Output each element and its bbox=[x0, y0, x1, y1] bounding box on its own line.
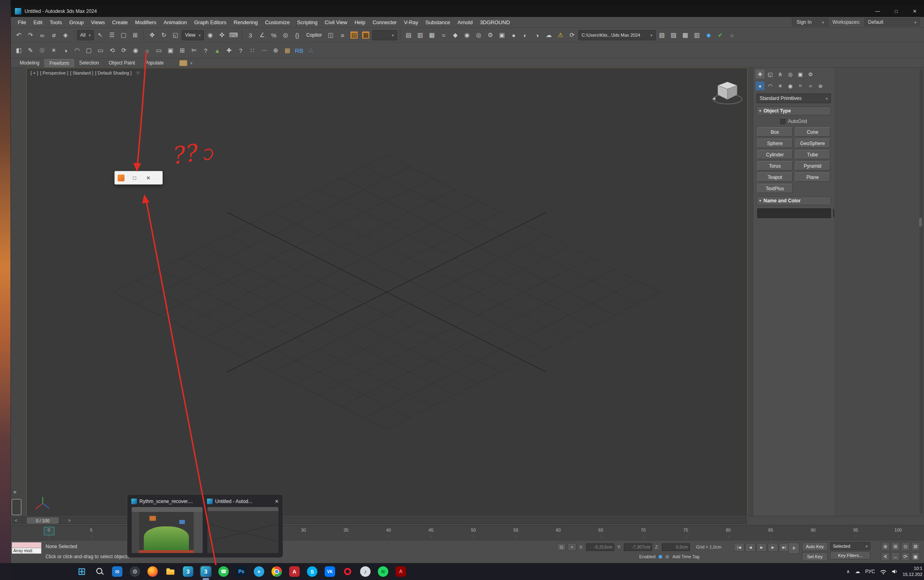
render-setup-dialog-icon[interactable]: ⚙ bbox=[485, 30, 496, 41]
spinner-snap-icon[interactable]: ◎ bbox=[280, 30, 291, 41]
status-circle-icon[interactable]: ○ bbox=[727, 30, 738, 41]
pan-icon[interactable]: ↔ bbox=[891, 552, 900, 561]
mini-close-button[interactable]: ✕ bbox=[146, 175, 151, 181]
spacing-tool-icon[interactable]: ⋯ bbox=[259, 45, 269, 56]
wifi-icon[interactable] bbox=[880, 569, 887, 574]
container-explorer-icon[interactable]: ▨ bbox=[668, 30, 679, 41]
viewport-layout-tab[interactable] bbox=[12, 499, 21, 515]
window-crossing-icon[interactable]: ⊞ bbox=[130, 30, 141, 41]
taskbar-telegram[interactable]: ➤ bbox=[253, 565, 265, 578]
refresh-icon[interactable]: ⟳ bbox=[567, 30, 578, 41]
taskbar-start[interactable]: ⊞ bbox=[76, 565, 88, 578]
terrain-icon[interactable]: ▲ bbox=[212, 45, 223, 56]
taskbar-photoshop[interactable]: Ps bbox=[235, 565, 247, 578]
camera-icon[interactable]: ◉ bbox=[130, 45, 141, 56]
maximize-viewport-icon[interactable]: ▣ bbox=[911, 552, 920, 561]
taskbar-settings[interactable]: ⚙ bbox=[129, 565, 141, 578]
utilities-tab[interactable]: ⚙ bbox=[806, 70, 815, 79]
scrollbar-track[interactable] bbox=[920, 69, 923, 514]
time-slider-track[interactable]: < 0 / 100 > bbox=[12, 517, 747, 524]
ribbon-tab[interactable]: Modeling bbox=[15, 59, 44, 67]
scene-explorer-icon[interactable]: ▥ bbox=[415, 30, 426, 41]
ribbon-tab[interactable]: Object Paint bbox=[104, 59, 140, 67]
modify-tab[interactable]: ◱ bbox=[766, 70, 775, 79]
select-and-rotate-icon[interactable]: ↻ bbox=[158, 30, 169, 41]
menu-item[interactable]: Group bbox=[66, 17, 87, 27]
filter-funnel-icon[interactable]: ▽ bbox=[137, 71, 140, 75]
zoom-extents-all-icon[interactable]: ⊠ bbox=[911, 542, 920, 551]
z-coordinate-field[interactable]: 0,0cm bbox=[662, 543, 690, 551]
viewport-label[interactable]: [ + ] bbox=[31, 71, 38, 75]
arc-rotate-icon[interactable]: ◠ bbox=[72, 45, 83, 56]
select-and-link-icon[interactable]: ∞ bbox=[37, 30, 48, 41]
script-line[interactable]: Array mod: bbox=[12, 548, 41, 554]
primitive-button[interactable]: Plane bbox=[795, 173, 831, 182]
primitive-button[interactable]: Pyramid bbox=[795, 161, 831, 170]
render-warning-icon[interactable]: ⚠ bbox=[555, 30, 566, 41]
primitive-button[interactable]: Box bbox=[757, 127, 793, 137]
key-filters-button[interactable]: Key Filters... bbox=[830, 551, 870, 559]
ribbon-tab[interactable]: Selection bbox=[74, 59, 104, 67]
menu-item[interactable]: 3DGROUND bbox=[476, 17, 513, 27]
preview-image[interactable] bbox=[207, 507, 279, 553]
ribbon-tab[interactable]: Freeform bbox=[44, 59, 75, 67]
exposure-control-icon[interactable]: ◑ bbox=[60, 45, 71, 56]
viewport-label[interactable]: [ Default Shading ] bbox=[95, 71, 132, 75]
asset-tracking-icon[interactable]: ▩ bbox=[680, 30, 691, 41]
rendered-frame-icon[interactable]: ▦ bbox=[360, 30, 371, 41]
shapes-category[interactable]: ◠ bbox=[766, 81, 775, 90]
tray-chevron-icon[interactable]: ∧ bbox=[846, 569, 850, 574]
scrollbar-thumb[interactable] bbox=[919, 218, 922, 227]
hold-icon[interactable]: ⟲ bbox=[107, 45, 118, 56]
taskbar-3dsmax[interactable]: 3 bbox=[182, 565, 194, 578]
workspaces-select[interactable]: Default ▾ bbox=[864, 18, 920, 26]
primitives-category-select[interactable]: Standard Primitives ▾ bbox=[756, 94, 831, 103]
y-coordinate-field[interactable]: -7,307cm bbox=[624, 543, 652, 551]
keyboard-override-icon[interactable]: ⌨ bbox=[228, 30, 239, 41]
taskbar-music[interactable]: ♪ bbox=[359, 565, 371, 578]
percent-snap-icon[interactable]: % bbox=[268, 30, 279, 41]
rectangular-selection-icon[interactable]: ▢ bbox=[118, 30, 129, 41]
ribbon-tab[interactable]: Populate bbox=[140, 59, 168, 67]
primitive-button[interactable]: GeoSphere bbox=[795, 139, 831, 148]
cameras-category[interactable]: ◉ bbox=[786, 81, 795, 90]
rb-renderer-icon[interactable]: RB bbox=[294, 45, 305, 56]
taskbar-autocad[interactable]: A bbox=[288, 565, 300, 578]
render-iterative-icon[interactable]: ◐ bbox=[520, 30, 531, 41]
zoom-icon[interactable]: ⊕ bbox=[881, 542, 890, 551]
taskbar-whatsapp[interactable]: ☎ bbox=[218, 565, 230, 578]
safe-frames-icon[interactable]: ▭ bbox=[153, 45, 164, 56]
taskbar-firefox[interactable] bbox=[147, 565, 159, 578]
prev-frame-button[interactable]: ◀ bbox=[745, 543, 756, 552]
name-color-rollout[interactable]: ▾ Name and Color bbox=[756, 196, 831, 205]
close-button[interactable]: ✕ bbox=[905, 6, 924, 17]
render-preset-select[interactable]: ▾ bbox=[372, 30, 397, 40]
particle-flow-icon[interactable]: ∴ bbox=[305, 45, 316, 56]
add-time-tag[interactable]: Add Time Tag bbox=[672, 554, 699, 559]
minimize-button[interactable]: — bbox=[868, 6, 887, 17]
menu-item[interactable]: Graph Editors bbox=[191, 17, 230, 27]
menu-item[interactable]: Animation bbox=[160, 17, 191, 27]
key-mode-select[interactable]: Selected ▾ bbox=[830, 542, 870, 550]
validity-check-icon[interactable]: ✔ bbox=[715, 30, 726, 41]
disabled-dot-icon[interactable] bbox=[665, 555, 669, 559]
menu-item[interactable]: Scripting bbox=[294, 17, 321, 27]
info-icon[interactable]: ? bbox=[235, 45, 246, 56]
menu-item[interactable]: Views bbox=[87, 17, 108, 27]
project-path-select[interactable]: C:\Users\Kits...\3ds Max 2024 ▾ bbox=[578, 30, 656, 40]
window-preview-card[interactable]: Rythm_scene_recover.... bbox=[131, 499, 203, 553]
object-type-rollout[interactable]: ▾ Object Type bbox=[756, 106, 831, 115]
object-name-input[interactable] bbox=[757, 208, 831, 218]
menu-item[interactable]: Customize bbox=[261, 17, 293, 27]
schematic-view-icon[interactable]: ◆ bbox=[450, 30, 461, 41]
display-tab[interactable]: ▣ bbox=[796, 70, 805, 79]
menu-item[interactable]: Help bbox=[351, 17, 369, 27]
taskbar-explorer[interactable] bbox=[164, 565, 176, 578]
render-setup-icon[interactable]: ▤ bbox=[349, 30, 360, 41]
sun-positioner-icon[interactable]: ☀ bbox=[48, 45, 59, 56]
select-object-icon[interactable]: ↖ bbox=[95, 30, 106, 41]
frame-back-button[interactable]: < bbox=[12, 518, 20, 523]
taskbar-3dsmax-active[interactable]: 3 bbox=[200, 565, 212, 578]
snaps-toggle-icon[interactable]: 3 bbox=[245, 30, 256, 41]
mini-maximize-button[interactable]: □ bbox=[133, 175, 136, 181]
